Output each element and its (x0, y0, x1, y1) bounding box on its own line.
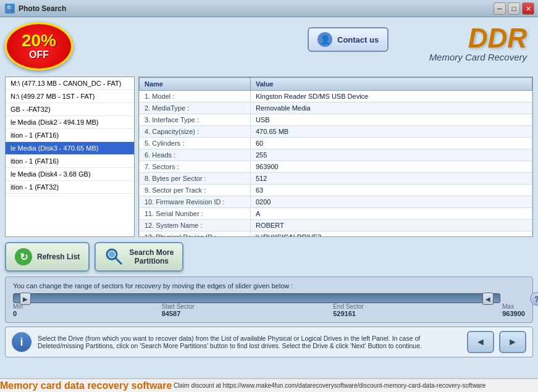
prop-name-cell: 8. Bytes per Sector : (140, 173, 251, 185)
table-row: 7. Sectors :963900 (140, 161, 532, 173)
ticker-highlight: Memory card data recovery software (0, 380, 172, 391)
properties-table: Name Value 1. Model :Kingston Reader SD/… (139, 77, 532, 237)
refresh-list-button[interactable]: ↻ Refresh List (5, 242, 90, 272)
table-row: 4. Capacity(size) :470.65 MB (140, 126, 532, 138)
prop-name-cell: 2. MediaType : (140, 102, 251, 114)
end-sector-value: 529161 (333, 310, 356, 317)
bottom-ticker: Memory card data recovery software Claim… (0, 378, 538, 392)
partition-item[interactable]: le Media (Disk2 - 494.19 MB) (6, 116, 134, 129)
window-controls: ─ □ ✕ (494, 2, 534, 15)
promo-badge: 20% OFF (5, 22, 79, 72)
table-row: 3. Interface Type :USB (140, 114, 532, 126)
refresh-label: Refresh List (37, 252, 80, 261)
max-value: 963900 (502, 310, 525, 317)
col-header-name: Name (140, 78, 251, 91)
slider-label: You can change the range of sectors for … (13, 282, 525, 290)
search-more-icon (104, 247, 124, 267)
table-row: 8. Bytes per Sector :512 (140, 173, 532, 185)
help-icon[interactable]: ? (530, 292, 538, 306)
prop-value-cell: 255 (251, 149, 532, 161)
prop-value-cell: \\.\PHYSICALDRIVE3 (251, 231, 532, 238)
min-value-group: Min 0 (13, 303, 23, 317)
promo-circle: 20% OFF (5, 22, 73, 70)
prop-name-cell: 12. System Name : (140, 220, 251, 231)
refresh-icon: ↻ (15, 248, 32, 265)
table-row: 5. Cylinders :60 (140, 138, 532, 149)
prop-value-cell: Kingston Reader SD/MS USB Device (251, 91, 532, 102)
info-icon: i (12, 332, 32, 352)
max-label: Max (502, 303, 514, 310)
partition-item[interactable]: ition - 1 (FAT16) (6, 129, 134, 142)
svg-point-1 (109, 251, 115, 257)
start-sector-value: 84587 (162, 310, 181, 317)
prop-name-cell: 9. Sector per Track : (140, 185, 251, 196)
partition-item[interactable]: N:\ (499.27 MB - 1ST - FAT) (6, 90, 134, 103)
app-icon: 🔍 (5, 4, 15, 14)
main-window: 20% OFF 👤 Contact us DDR Memory Card Rec… (0, 17, 538, 392)
info-text: Select the Drive (from which you want to… (38, 335, 461, 349)
next-button[interactable]: ► (499, 331, 526, 353)
table-row: 9. Sector per Track :63 (140, 185, 532, 196)
prop-name-cell: 11. Serial Number : (140, 208, 251, 220)
table-row: 2. MediaType :Removable Media (140, 102, 532, 114)
buttons-row: ↻ Refresh List Search MorePartitions (5, 242, 533, 272)
minimize-button[interactable]: ─ (494, 2, 506, 15)
search-more-label: Search MorePartitions (129, 248, 174, 265)
start-sector-group: Start Sector 84587 (162, 303, 195, 317)
slider-handle-left[interactable]: ▶ (20, 293, 31, 305)
table-row: 6. Heads :255 (140, 149, 532, 161)
window-title: Photo Search (19, 4, 66, 13)
end-sector-label: End Sector (333, 303, 363, 310)
svg-line-2 (116, 258, 122, 264)
prop-value-cell: A (251, 208, 532, 220)
table-row: 13. Physical Device ID :\\.\PHYSICALDRIV… (140, 231, 532, 238)
search-more-partitions-button[interactable]: Search MorePartitions (95, 242, 183, 272)
prop-value-cell: 470.65 MB (251, 126, 532, 138)
partition-item[interactable]: le Media (Disk4 - 3.68 GB) (6, 168, 134, 181)
partition-panel[interactable]: M:\ (477.13 MB - CANON_DC - FAT) N:\ (49… (5, 77, 135, 237)
table-row: 12. System Name :ROBERT (140, 220, 532, 231)
promo-off: OFF (29, 49, 49, 60)
contact-us-button[interactable]: 👤 Contact us (308, 27, 389, 52)
slider-area: You can change the range of sectors for … (5, 277, 533, 323)
prop-name-cell: 5. Cylinders : (140, 138, 251, 149)
partition-item[interactable]: GB - -FAT32) (6, 103, 134, 116)
prop-name-cell: 3. Interface Type : (140, 114, 251, 126)
prop-name-cell: 7. Sectors : (140, 161, 251, 173)
ddr-brand: DDR Memory Card Recovery (429, 25, 527, 62)
table-row: 1. Model :Kingston Reader SD/MS USB Devi… (140, 91, 532, 102)
close-button[interactable]: ✕ (522, 2, 534, 15)
ticker-text: Claim discount at https://www.make4fun.c… (172, 382, 485, 389)
info-bar: i Select the Drive (from which you want … (5, 327, 533, 357)
slider-handle-right[interactable]: ◀ (482, 293, 494, 305)
contact-us-label: Contact us (337, 35, 379, 44)
header-area: 20% OFF 👤 Contact us DDR Memory Card Rec… (5, 22, 533, 72)
prop-value-cell: Removable Media (251, 102, 532, 114)
partition-item[interactable]: M:\ (477.13 MB - CANON_DC - FAT) (6, 77, 134, 90)
prop-value-cell: 63 (251, 185, 532, 196)
partition-item[interactable]: ition - 1 (FAT16) (6, 155, 134, 168)
partition-item[interactable]: le Media (Disk3 - 470.65 MB) (6, 142, 134, 155)
table-row: 10. Firmware Revision ID :0200 (140, 196, 532, 208)
prop-value-cell: USB (251, 114, 532, 126)
prop-name-cell: 1. Model : (140, 91, 251, 102)
partition-item[interactable]: ition - 1 (FAT32) (6, 181, 134, 194)
prop-value-cell: 0200 (251, 196, 532, 208)
back-button[interactable]: ◄ (467, 331, 494, 353)
min-value: 0 (13, 310, 17, 317)
content-area: M:\ (477.13 MB - CANON_DC - FAT) N:\ (49… (5, 77, 533, 237)
contact-icon: 👤 (317, 32, 332, 47)
title-bar: 🔍 Photo Search ─ □ ✕ (0, 0, 538, 17)
start-sector-label: Start Sector (162, 303, 195, 310)
properties-panel: Name Value 1. Model :Kingston Reader SD/… (138, 77, 533, 237)
prop-name-cell: 4. Capacity(size) : (140, 126, 251, 138)
promo-percent: 20% (22, 32, 56, 49)
maximize-button[interactable]: □ (508, 2, 520, 15)
ddr-title: DDR (429, 25, 527, 52)
slider-track[interactable]: ▶ ◀ (13, 293, 500, 303)
prop-value-cell: 963900 (251, 161, 532, 173)
prop-value-cell: 512 (251, 173, 532, 185)
prop-value-cell: 60 (251, 138, 532, 149)
prop-value-cell: ROBERT (251, 220, 532, 231)
ddr-subtitle: Memory Card Recovery (429, 52, 527, 62)
